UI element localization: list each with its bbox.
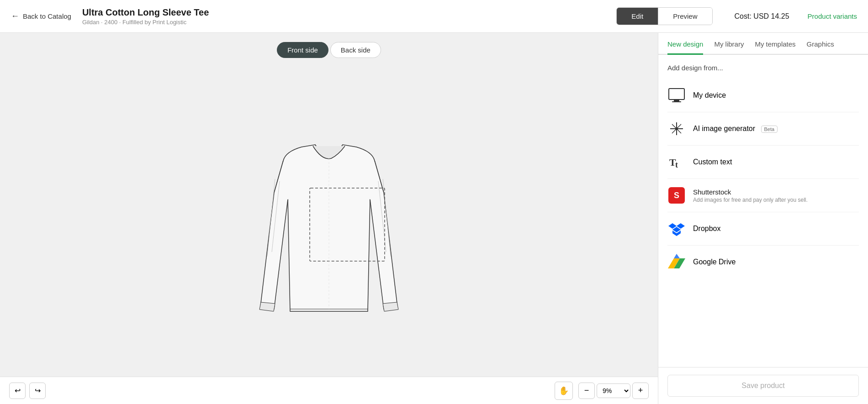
svg-text:t: t (675, 160, 678, 169)
svg-rect-1 (669, 89, 684, 100)
app-header: ← Back to Catalog Ultra Cotton Long Slee… (0, 0, 868, 33)
svg-rect-3 (672, 101, 681, 102)
cost-display: Cost: USD 14.25 (735, 12, 789, 21)
canvas-area: Front side Back side (0, 33, 658, 404)
option-dropbox-label: Dropbox (693, 225, 720, 233)
back-to-catalog-button[interactable]: ← Back to Catalog (11, 11, 71, 21)
gdrive-icon (667, 253, 686, 271)
option-google-drive-label: Google Drive (693, 258, 736, 266)
hand-tool-button[interactable]: ✋ (555, 382, 573, 400)
back-label: Back to Catalog (23, 12, 71, 20)
product-subtitle: Gildan · 2400 · Fulfilled by Print Logis… (82, 19, 616, 26)
ai-icon (667, 120, 686, 138)
svg-point-8 (675, 127, 678, 130)
tab-new-design[interactable]: New design (667, 33, 703, 55)
beta-badge: Beta (761, 126, 778, 133)
undo-redo-group: ↩ ↪ (9, 383, 46, 399)
option-custom-text[interactable]: T t Custom text (667, 146, 859, 179)
undo-button[interactable]: ↩ (9, 383, 26, 399)
option-dropbox[interactable]: Dropbox (667, 212, 859, 246)
option-my-device[interactable]: My device (667, 79, 859, 112)
preview-button[interactable]: Preview (658, 8, 712, 25)
text-icon: T t (667, 153, 686, 171)
zoom-out-button[interactable]: − (578, 383, 595, 399)
panel-footer: Save product (658, 367, 868, 404)
add-design-title: Add design from... (667, 64, 859, 72)
back-arrow-icon: ← (11, 11, 19, 21)
svg-rect-2 (674, 100, 679, 101)
edit-button[interactable]: Edit (617, 8, 658, 25)
option-ai-generator[interactable]: AI image generator Beta (667, 112, 859, 146)
device-icon (667, 86, 686, 105)
redo-button[interactable]: ↪ (29, 383, 46, 399)
zoom-select[interactable]: 5% 9% 25% 50% 75% 100% (597, 383, 630, 398)
product-title: Ultra Cotton Long Sleeve Tee (82, 7, 616, 18)
front-side-tab[interactable]: Front side (277, 42, 328, 58)
zoom-controls: ✋ − 5% 9% 25% 50% 75% 100% + (555, 382, 649, 400)
panel-tabs: New design My library My templates Graph… (658, 33, 868, 55)
dropbox-icon (667, 220, 686, 238)
shirt-container (0, 63, 658, 377)
shutterstock-icon: S (667, 186, 686, 205)
tab-graphics[interactable]: Graphics (807, 33, 834, 55)
svg-marker-18 (674, 254, 680, 258)
option-custom-text-label: Custom text (693, 158, 732, 166)
tab-my-library[interactable]: My library (714, 33, 744, 55)
product-variants-button[interactable]: Product variants (808, 12, 857, 20)
right-panel: New design My library My templates Graph… (658, 33, 868, 404)
tab-my-templates[interactable]: My templates (755, 33, 795, 55)
option-shutterstock[interactable]: S Shutterstock Add images for free and p… (667, 179, 859, 212)
zoom-in-button[interactable]: + (632, 383, 649, 399)
option-ai-label-group: AI image generator Beta (693, 125, 778, 133)
side-tabs: Front side Back side (0, 33, 658, 63)
option-shutterstock-label-group: Shutterstock Add images for free and pay… (693, 188, 808, 203)
back-side-tab[interactable]: Back side (330, 42, 381, 58)
option-my-device-label: My device (693, 91, 726, 100)
header-right: Cost: USD 14.25 Product variants (735, 12, 857, 21)
shirt-preview (242, 120, 416, 320)
option-google-drive[interactable]: Google Drive (667, 246, 859, 278)
save-product-button[interactable]: Save product (667, 375, 859, 397)
product-info: Ultra Cotton Long Sleeve Tee Gildan · 24… (82, 7, 616, 26)
edit-preview-group: Edit Preview (616, 7, 712, 25)
main-layout: Front side Back side (0, 33, 868, 404)
panel-content: Add design from... My device (658, 55, 868, 367)
bottom-toolbar: ↩ ↪ ✋ − 5% 9% 25% 50% 75% 100% + (0, 377, 658, 404)
